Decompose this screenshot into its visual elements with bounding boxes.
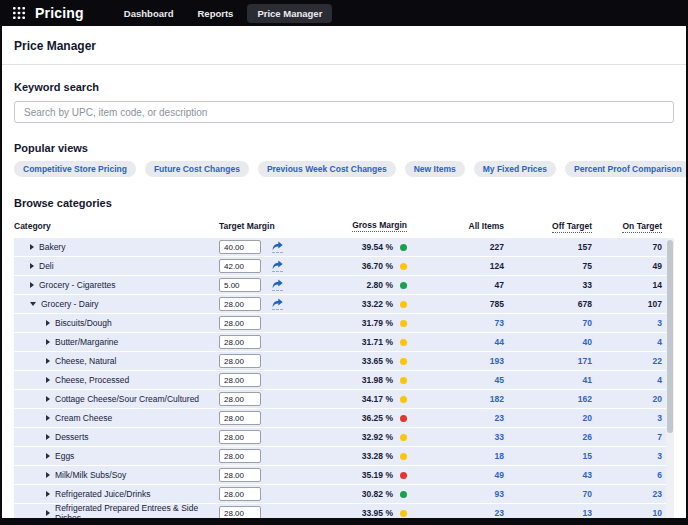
off-target-count: 70 <box>504 489 592 499</box>
target-margin-input[interactable] <box>219 449 261 463</box>
expand-caret-icon[interactable] <box>46 320 50 326</box>
target-margin-input[interactable] <box>219 354 261 368</box>
expand-caret-icon[interactable] <box>46 358 50 364</box>
nav-item-reports[interactable]: Reports <box>187 4 243 23</box>
app-grid-icon[interactable] <box>13 7 25 19</box>
status-dot <box>400 301 407 308</box>
off-target-count: 70 <box>504 318 592 328</box>
category-label: Bakery <box>39 242 65 252</box>
table-header-row: Category Target Margin Gross Margin All … <box>14 213 674 238</box>
on-target-count: 3 <box>592 413 674 423</box>
status-dot <box>400 339 407 346</box>
gross-margin-value: 33.95 % <box>362 508 393 518</box>
on-target-count: 7 <box>592 432 674 442</box>
target-margin-input[interactable] <box>219 506 261 518</box>
on-target-count: 23 <box>592 489 674 499</box>
col-header-on-target: On Target <box>592 221 674 231</box>
col-header-gross-margin: Gross Margin <box>314 220 407 232</box>
gross-margin-value: 39.54 % <box>362 242 393 252</box>
gross-margin-value: 31.98 % <box>362 375 393 385</box>
expand-caret-icon[interactable] <box>30 302 36 306</box>
col-header-all-items: All Items <box>407 221 504 231</box>
table-row: Butter/Margarine 31.71 % 44 40 4 <box>14 333 674 352</box>
table-row: Refrigerated Juice/Drinks 30.82 % 93 70 … <box>14 485 674 504</box>
nav-item-price-manager[interactable]: Price Manager <box>247 4 332 23</box>
expand-caret-icon[interactable] <box>46 510 50 516</box>
apply-margin-icon[interactable] <box>272 279 283 291</box>
popular-view-chip[interactable]: My Fixed Prices <box>474 161 556 177</box>
target-margin-input[interactable] <box>219 392 261 406</box>
all-items-count: 124 <box>407 261 504 271</box>
expand-caret-icon[interactable] <box>46 434 50 440</box>
expand-caret-icon[interactable] <box>30 263 34 269</box>
category-label: Desserts <box>55 432 89 442</box>
popular-views-section: Popular views Competitive Store PricingF… <box>2 142 686 177</box>
expand-caret-icon[interactable] <box>46 453 50 459</box>
target-margin-input[interactable] <box>219 487 261 501</box>
all-items-count: 45 <box>407 375 504 385</box>
expand-caret-icon[interactable] <box>46 491 50 497</box>
popular-view-chip[interactable]: Percent Proof Comparison <box>565 161 686 177</box>
apply-margin-icon[interactable] <box>272 298 283 310</box>
gross-margin-value: 31.71 % <box>362 337 393 347</box>
categories-table: Category Target Margin Gross Margin All … <box>14 213 674 518</box>
status-dot <box>400 358 407 365</box>
expand-caret-icon[interactable] <box>46 339 50 345</box>
target-margin-input[interactable] <box>219 316 261 330</box>
target-margin-input[interactable] <box>219 468 261 482</box>
target-margin-input[interactable] <box>219 278 261 292</box>
app-window: Pricing Dashboard Reports Price Manager … <box>0 0 688 525</box>
col-header-category: Category <box>14 221 219 231</box>
expand-caret-icon[interactable] <box>46 396 50 402</box>
apply-margin-icon[interactable] <box>272 260 283 272</box>
all-items-count: 47 <box>407 280 504 290</box>
status-dot <box>400 263 407 270</box>
table-scrollbar[interactable] <box>666 238 674 518</box>
target-margin-input[interactable] <box>219 335 261 349</box>
off-target-count: 157 <box>504 242 592 252</box>
gross-margin-value: 33.65 % <box>362 356 393 366</box>
status-dot <box>400 453 407 460</box>
on-target-count: 4 <box>592 337 674 347</box>
all-items-count: 227 <box>407 242 504 252</box>
popular-view-chip[interactable]: New Items <box>405 161 465 177</box>
on-target-count: 22 <box>592 356 674 366</box>
off-target-count: 26 <box>504 432 592 442</box>
target-margin-input[interactable] <box>219 430 261 444</box>
gross-margin-value: 30.82 % <box>362 489 393 499</box>
expand-caret-icon[interactable] <box>30 244 34 250</box>
nav-item-dashboard[interactable]: Dashboard <box>114 4 184 23</box>
gross-margin-value: 32.92 % <box>362 432 393 442</box>
apply-margin-icon[interactable] <box>272 241 283 253</box>
category-label: Eggs <box>55 451 74 461</box>
all-items-count: 785 <box>407 299 504 309</box>
category-label: Grocery - Cigarettes <box>39 280 116 290</box>
target-margin-input[interactable] <box>219 297 261 311</box>
top-navbar: Pricing Dashboard Reports Price Manager <box>2 0 686 26</box>
expand-caret-icon[interactable] <box>46 472 50 478</box>
status-dot <box>400 434 407 441</box>
popular-view-chip[interactable]: Future Cost Changes <box>145 161 249 177</box>
table-row: Bakery 39.54 % 227 157 70 <box>14 238 674 257</box>
target-margin-input[interactable] <box>219 240 261 254</box>
gross-margin-value: 33.22 % <box>362 299 393 309</box>
target-margin-input[interactable] <box>219 411 261 425</box>
expand-caret-icon[interactable] <box>46 377 50 383</box>
gross-margin-value: 36.25 % <box>362 413 393 423</box>
category-label: Biscuits/Dough <box>55 318 112 328</box>
expand-caret-icon[interactable] <box>30 282 34 288</box>
expand-caret-icon[interactable] <box>46 415 50 421</box>
popular-view-chip[interactable]: Competitive Store Pricing <box>14 161 136 177</box>
category-label: Cream Cheese <box>55 413 112 423</box>
on-target-count: 3 <box>592 451 674 461</box>
target-margin-input[interactable] <box>219 259 261 273</box>
all-items-count: 18 <box>407 451 504 461</box>
popular-view-chip[interactable]: Previous Week Cost Changes <box>258 161 396 177</box>
target-margin-input[interactable] <box>219 373 261 387</box>
off-target-count: 171 <box>504 356 592 366</box>
scrollbar-thumb[interactable] <box>667 240 673 433</box>
status-dot <box>400 377 407 384</box>
table-row: Cream Cheese 36.25 % 23 20 3 <box>14 409 674 428</box>
search-input[interactable] <box>14 101 674 123</box>
category-label: Cottage Cheese/Sour Cream/Cultured <box>55 394 199 404</box>
